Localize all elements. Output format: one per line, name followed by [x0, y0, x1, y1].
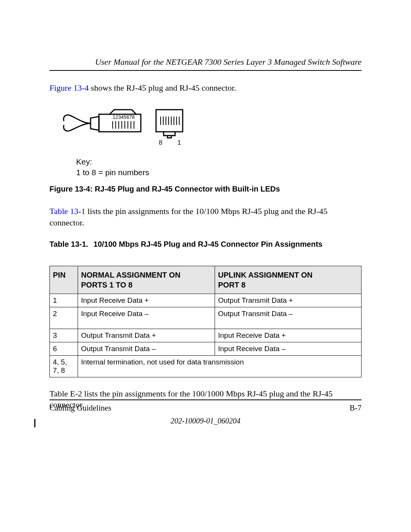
table-caption: Table 13-1. 10/100 Mbps RJ-45 Plug and R… — [49, 240, 362, 249]
figure-crossref-link[interactable]: Figure 13-4 — [49, 83, 89, 93]
rj45-diagram: 12345678 — [61, 105, 362, 178]
col-header-pin: PIN — [50, 266, 78, 294]
col-header-normal-l2: Ports 1 to 8 — [81, 280, 212, 290]
intro-paragraph-2-rest: lists the pin assignments for the 10/100… — [49, 206, 328, 227]
col-header-uplink: Uplink Assignment on Port 8 — [215, 266, 362, 294]
col-header-uplink-l2: Port 8 — [218, 280, 358, 290]
col-header-normal-l1: Normal Assignment on — [81, 270, 212, 280]
table-row: 3 Output Transmit Data + Input Receive D… — [50, 329, 362, 342]
table-row: 2 Input Receive Data – Output Transmit D… — [50, 307, 362, 329]
table-crossref-link[interactable]: Table 13-1 — [49, 206, 85, 216]
plug-pin-numbers: 12345678 — [113, 114, 135, 120]
table-caption-number: Table 13-1. — [49, 240, 91, 249]
cell-uplink: Input Receive Data + — [215, 329, 362, 342]
cell-pin: 1 — [50, 294, 78, 307]
change-bar-icon — [34, 419, 35, 427]
document-page: User Manual for the NETGEAR 7300 Series … — [0, 0, 411, 532]
intro-paragraph-2: Table 13-1 lists the pin assignments for… — [49, 206, 362, 228]
table-caption-title: 10/100 Mbps RJ-45 Plug and RJ-45 Connect… — [94, 240, 323, 248]
header-rule — [49, 70, 362, 71]
cell-pin: 6 — [50, 342, 78, 355]
cell-normal: Input Receive Data + — [78, 294, 215, 307]
cell-uplink: Output Transmit Data + — [215, 294, 362, 307]
cell-normal: Output Transmit Data + — [78, 329, 215, 342]
col-header-normal: Normal Assignment on Ports 1 to 8 — [78, 266, 215, 294]
cell-pin: 2 — [50, 307, 78, 329]
connector-pin-label-1: 1 — [177, 139, 181, 145]
cell-merged: Internal termination, not used for data … — [78, 355, 362, 377]
table-row: 6 Output Transmit Data – Input Receive D… — [50, 342, 362, 355]
cell-normal: Input Receive Data – — [78, 307, 215, 329]
footer-rule — [49, 399, 362, 400]
connector-pin-label-8: 8 — [159, 139, 162, 145]
cell-normal: Output Transmit Data – — [78, 342, 215, 355]
diagram-key-line: 1 to 8 = pin numbers — [76, 168, 149, 177]
intro-paragraph-1: Figure 13-4 shows the RJ-45 plug and RJ-… — [49, 82, 362, 94]
running-header: User Manual for the NETGEAR 7300 Series … — [49, 57, 362, 67]
diagram-key: Key: 1 to 8 = pin numbers — [76, 157, 362, 178]
page-footer: Cabling Guidelines B-7 202-10009-01_0602… — [49, 399, 362, 425]
pin-assignment-table: PIN Normal Assignment on Ports 1 to 8 Up… — [49, 266, 362, 377]
col-header-uplink-l1: Uplink Assignment on — [218, 270, 358, 280]
svg-rect-8 — [156, 110, 183, 132]
cell-pin: 4, 5, 7, 8 — [50, 355, 78, 377]
cell-uplink: Input Receive Data – — [215, 342, 362, 355]
figure-caption: Figure 13-4: RJ-45 Plug and RJ-45 Connec… — [49, 185, 362, 193]
footer-doc-number: 202-10009-01_060204 — [49, 417, 362, 425]
cell-pin: 3 — [50, 329, 78, 342]
table-row-merged: 4, 5, 7, 8 Internal termination, not use… — [50, 355, 362, 377]
cell-uplink: Output Transmit Data – — [215, 307, 362, 329]
rj45-plug-and-connector-illustration: 12345678 — [61, 105, 186, 145]
footer-page-number: B-7 — [350, 403, 362, 413]
diagram-key-title: Key: — [76, 157, 92, 166]
intro-paragraph-1-rest: shows the RJ-45 plug and RJ-45 connector… — [89, 83, 236, 93]
table-row: 1 Input Receive Data + Output Transmit D… — [50, 294, 362, 307]
footer-section-title: Cabling Guidelines — [49, 403, 112, 413]
